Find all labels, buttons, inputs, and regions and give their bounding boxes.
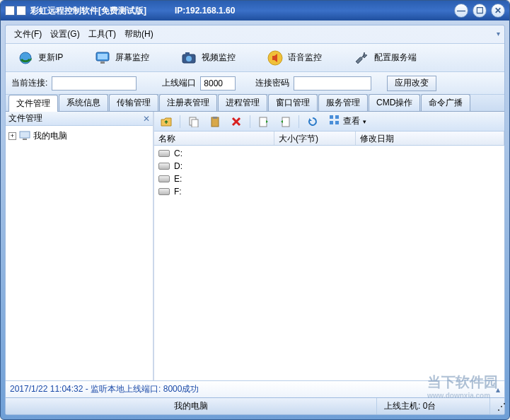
delete-icon[interactable]	[228, 114, 244, 129]
apply-button[interactable]: 应用改变	[387, 76, 436, 91]
file-panel: 查看 ▾ 名称 大小(字节) 修改日期 C:D:E:F:	[154, 112, 504, 380]
config-server-label: 配置服务端	[374, 52, 417, 64]
drive-label: C:	[174, 148, 182, 158]
file-tree[interactable]: + 我的电脑	[6, 126, 153, 380]
menu-tools[interactable]: 工具(T)	[84, 27, 120, 42]
file-toolbar: 查看 ▾	[154, 112, 504, 132]
tab-2[interactable]: 传输管理	[109, 94, 158, 111]
disk-icon	[158, 163, 170, 170]
camera-icon	[180, 49, 197, 66]
svg-rect-17	[335, 115, 339, 119]
status-resize-grip[interactable]: ⋰	[489, 398, 504, 414]
svg-rect-8	[20, 132, 30, 138]
current-connection-input[interactable]	[52, 76, 137, 91]
drive-label: D:	[174, 161, 182, 171]
sidebar-title: 文件管理	[8, 112, 42, 124]
tab-5[interactable]: 窗口管理	[268, 94, 318, 111]
svg-rect-3	[100, 62, 105, 64]
connection-row: 当前连接: 上线端口 连接密码 应用改变	[6, 72, 504, 95]
speaker-icon	[267, 49, 284, 66]
titlebar-app-icons	[5, 6, 26, 16]
audio-monitor-button[interactable]: 语音监控	[261, 47, 328, 69]
svg-rect-6	[185, 52, 190, 55]
wrench-icon	[353, 49, 370, 66]
svg-rect-18	[330, 121, 333, 124]
svg-rect-14	[260, 117, 267, 127]
port-label: 上线端口	[162, 77, 196, 89]
paste-icon[interactable]	[207, 114, 223, 129]
tree-expand-icon[interactable]: +	[8, 132, 16, 140]
tab-8[interactable]: 命令广播	[421, 94, 470, 111]
toolbar-separator	[299, 115, 299, 128]
computer-icon	[19, 130, 30, 142]
sidebar-close-icon[interactable]: ✕	[143, 114, 150, 124]
password-label: 连接密码	[255, 77, 289, 89]
menu-settings[interactable]: 设置(G)	[46, 27, 83, 42]
tab-7[interactable]: CMD操作	[369, 94, 420, 111]
port-input[interactable]	[200, 76, 236, 91]
tab-strip: 文件管理系统信息传输管理注册表管理进程管理窗口管理服务管理CMD操作命令广播	[6, 95, 504, 112]
tab-3[interactable]: 注册表管理	[159, 94, 217, 111]
window-ip-label: IP:192.168.1.60	[175, 6, 235, 16]
svg-rect-13	[213, 117, 217, 119]
config-server-button[interactable]: 配置服务端	[347, 47, 422, 69]
status-hosts: 上线主机: 0台	[376, 398, 489, 414]
download-icon[interactable]	[277, 114, 293, 129]
tree-root-node[interactable]: + 我的电脑	[8, 129, 150, 144]
audio-monitor-label: 语音监控	[288, 52, 322, 64]
refresh-ip-button[interactable]: 更新IP	[11, 47, 69, 69]
tree-root-label: 我的电脑	[33, 130, 67, 142]
tab-6[interactable]: 服务管理	[318, 94, 368, 111]
svg-point-5	[186, 56, 192, 62]
sidebar-header: 文件管理 ✕	[6, 112, 153, 126]
close-button[interactable]: ✕	[491, 4, 505, 18]
toolbar-separator	[180, 115, 180, 128]
video-monitor-button[interactable]: 视频监控	[175, 47, 241, 69]
status-path: 我的电脑	[6, 398, 376, 414]
col-size[interactable]: 大小(字节)	[274, 132, 356, 145]
refresh-icon[interactable]	[305, 114, 320, 129]
svg-rect-9	[23, 139, 27, 140]
drive-row[interactable]: C:	[154, 147, 504, 160]
tab-1[interactable]: 系统信息	[59, 94, 108, 111]
monitor-icon	[94, 49, 111, 66]
menu-help[interactable]: 帮助(H)	[120, 27, 158, 42]
log-bar: 2017/1/22 11:04:32 - 监听本地上线端口: 8000成功 ▴	[6, 380, 504, 397]
upload-icon[interactable]	[256, 114, 272, 129]
tab-4[interactable]: 进程管理	[218, 94, 267, 111]
minimize-button[interactable]: —	[454, 4, 468, 18]
log-collapse-icon[interactable]: ▴	[496, 385, 500, 395]
screen-monitor-button[interactable]: 屏幕监控	[88, 47, 155, 69]
disk-icon	[158, 150, 170, 157]
menu-file[interactable]: 文件(F)	[10, 27, 46, 42]
globe-refresh-icon	[17, 49, 34, 66]
statusbar: 我的电脑 上线主机: 0台 ⋰	[6, 397, 504, 414]
drive-row[interactable]: F:	[154, 185, 504, 198]
svg-rect-19	[335, 121, 339, 124]
app-window: 彩虹远程控制软件[免费测试版] IP:192.168.1.60 — ☐ ✕ 文件…	[0, 0, 510, 420]
file-list[interactable]: C:D:E:F:	[154, 146, 504, 380]
folder-up-icon[interactable]	[158, 114, 174, 129]
grid-view-icon	[329, 115, 340, 128]
col-name[interactable]: 名称	[154, 132, 274, 145]
password-input[interactable]	[294, 76, 371, 91]
maximize-button[interactable]: ☐	[473, 4, 487, 18]
menubar: 文件(F) 设置(G) 工具(T) 帮助(H) ▾	[6, 25, 504, 44]
sidebar: 文件管理 ✕ + 我的电脑	[6, 112, 154, 380]
view-button[interactable]: 查看 ▾	[326, 113, 369, 129]
svg-rect-11	[192, 119, 198, 127]
drive-row[interactable]: D:	[154, 160, 504, 173]
client-area: 文件(F) 设置(G) 工具(T) 帮助(H) ▾ 更新IP 屏幕监控	[5, 25, 505, 415]
log-message: 2017/1/22 11:04:32 - 监听本地上线端口: 8000成功	[10, 383, 199, 395]
window-title: 彩虹远程控制软件[免费测试版]	[30, 5, 146, 17]
video-monitor-label: 视频监控	[202, 52, 236, 64]
col-modified[interactable]: 修改日期	[356, 132, 504, 145]
column-headers: 名称 大小(字节) 修改日期	[154, 132, 504, 146]
app-icon-1	[5, 6, 15, 16]
current-connection-label: 当前连接:	[11, 77, 47, 89]
drive-row[interactable]: E:	[154, 173, 504, 185]
tab-0[interactable]: 文件管理	[8, 95, 58, 112]
titlebar[interactable]: 彩虹远程控制软件[免费测试版] IP:192.168.1.60 — ☐ ✕	[1, 1, 509, 21]
copy-icon[interactable]	[186, 114, 202, 129]
menubar-chevron-icon[interactable]: ▾	[497, 30, 500, 37]
